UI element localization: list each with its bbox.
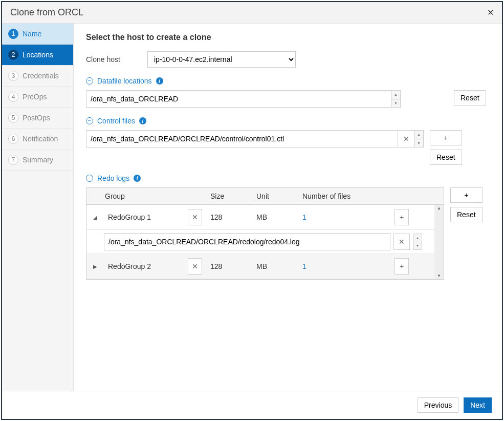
step-label: Summary: [23, 156, 53, 164]
step-number: 1: [8, 29, 18, 39]
control-file-input[interactable]: [86, 131, 398, 147]
datafile-section-header[interactable]: − Datafile locations i: [86, 77, 490, 85]
redo-add-button[interactable]: +: [450, 187, 483, 203]
previous-button[interactable]: Previous: [418, 397, 458, 413]
redo-table: Group Size Unit Number of files ◢: [86, 187, 444, 280]
datafile-input-wrap: ▲▼: [86, 90, 401, 108]
step-postops[interactable]: 5 PostOps: [2, 108, 73, 129]
section-title: Datafile locations: [97, 77, 152, 85]
step-number: 7: [8, 155, 18, 165]
redo-size: 128: [206, 258, 252, 275]
collapse-icon: −: [86, 175, 93, 182]
redo-section-header[interactable]: − Redo logs i: [86, 174, 490, 182]
redo-size: 128: [206, 209, 252, 225]
step-number: 4: [8, 92, 18, 102]
dialog-footer: Previous Next: [2, 391, 502, 419]
collapse-icon: −: [86, 117, 93, 124]
close-icon[interactable]: ✕: [487, 8, 494, 17]
col-group: Group: [86, 188, 184, 204]
clone-host-select[interactable]: ip-10-0-0-47.ec2.internal: [147, 51, 296, 68]
collapse-icon: −: [86, 77, 93, 85]
datafile-reset-button[interactable]: Reset: [454, 90, 486, 106]
redo-reset-button[interactable]: Reset: [450, 207, 483, 222]
info-icon[interactable]: i: [156, 77, 163, 85]
spinner[interactable]: ▲▼: [414, 131, 423, 147]
control-remove-button[interactable]: ✕: [398, 131, 414, 147]
control-reset-button[interactable]: Reset: [430, 150, 462, 165]
col-size: Size: [206, 188, 252, 204]
redo-numfiles[interactable]: 1: [298, 258, 390, 275]
col-numfiles: Number of files: [298, 188, 390, 204]
redo-unit: MB: [252, 209, 298, 225]
step-label: Notification: [23, 135, 58, 143]
redo-add-file-button[interactable]: +: [395, 209, 409, 225]
step-locations[interactable]: 2 Locations: [2, 45, 73, 66]
table-scrollbar[interactable]: ▲▼: [434, 205, 444, 279]
datafile-input[interactable]: [86, 91, 391, 107]
expand-icon[interactable]: ◢: [86, 210, 104, 224]
redo-group-name: RedoGroup 2: [104, 258, 184, 275]
main-panel: Select the host to create a clone Clone …: [74, 24, 502, 391]
step-number: 5: [8, 113, 18, 123]
redo-file-input[interactable]: [104, 234, 390, 250]
redo-group-name: RedoGroup 1: [104, 209, 184, 225]
redo-add-file-button[interactable]: +: [395, 258, 409, 275]
page-heading: Select the host to create a clone: [86, 33, 490, 42]
control-add-button[interactable]: +: [430, 130, 462, 145]
redo-remove-button[interactable]: ✕: [188, 209, 202, 225]
next-button[interactable]: Next: [464, 397, 492, 413]
redo-numfiles[interactable]: 1: [298, 209, 390, 225]
step-notification[interactable]: 6 Notification: [2, 129, 73, 150]
step-number: 3: [8, 71, 18, 81]
col-unit: Unit: [252, 188, 298, 204]
wizard-sidebar: 1 Name 2 Locations 3 Credentials 4 PreOp…: [2, 24, 74, 391]
dialog-title: Clone from ORCL: [10, 7, 83, 18]
spinner[interactable]: ▲▼: [391, 91, 400, 107]
redo-file-remove-button[interactable]: ✕: [393, 234, 410, 250]
control-section-header[interactable]: − Control files i: [86, 117, 490, 125]
redo-unit: MB: [252, 258, 298, 275]
control-input-wrap: ✕ ▲▼: [86, 130, 424, 148]
step-summary[interactable]: 7 Summary: [2, 150, 73, 171]
step-preops[interactable]: 4 PreOps: [2, 87, 73, 108]
step-label: Name: [23, 30, 41, 38]
step-credentials[interactable]: 3 Credentials: [2, 66, 73, 87]
step-label: Locations: [23, 51, 53, 59]
expand-icon[interactable]: ▶: [86, 260, 104, 273]
step-number: 2: [8, 50, 18, 60]
section-title: Control files: [97, 117, 135, 125]
step-name[interactable]: 1 Name: [2, 24, 73, 45]
redo-row: ▶ RedoGroup 2 ✕ 128 MB 1 +: [86, 254, 434, 279]
clone-host-label: Clone host: [86, 55, 147, 64]
step-number: 6: [8, 134, 18, 144]
step-label: Credentials: [23, 72, 59, 80]
redo-file-row: ✕ ▲▼: [86, 230, 434, 254]
redo-row: ◢ RedoGroup 1 ✕ 128 MB 1 +: [86, 205, 434, 230]
redo-remove-button[interactable]: ✕: [188, 258, 202, 275]
spinner[interactable]: ▲▼: [413, 234, 422, 250]
step-label: PostOps: [23, 114, 50, 122]
info-icon[interactable]: i: [134, 175, 141, 182]
dialog-header: Clone from ORCL ✕: [2, 2, 502, 24]
step-label: PreOps: [23, 93, 47, 101]
info-icon[interactable]: i: [139, 117, 146, 124]
section-title: Redo logs: [97, 174, 129, 182]
